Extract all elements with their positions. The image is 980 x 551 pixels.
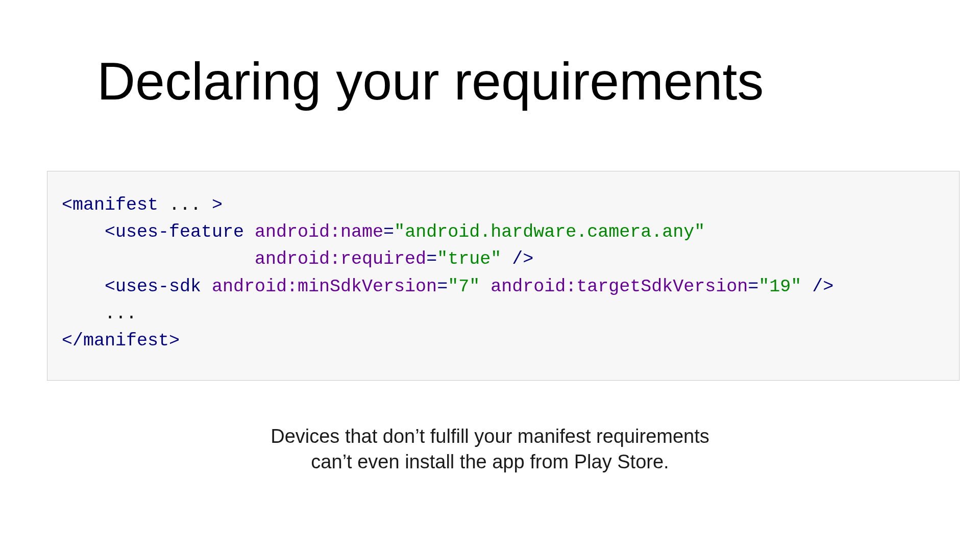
code-token: = bbox=[748, 277, 758, 297]
code-token: "19" bbox=[758, 277, 801, 297]
slide-title: Declaring your requirements bbox=[97, 51, 764, 112]
code-token: /> bbox=[501, 249, 533, 269]
code-content: <manifest ... > <uses-feature android:na… bbox=[62, 192, 945, 355]
caption-line-1: Devices that don’t fulfill your manifest… bbox=[0, 423, 980, 449]
code-token: <uses-feature bbox=[105, 222, 244, 242]
code-token: "7" bbox=[448, 277, 480, 297]
code-token: <uses-sdk bbox=[105, 277, 201, 297]
slide: Declaring your requirements <manifest ..… bbox=[0, 0, 980, 551]
code-token: "android.hardware.camera.any" bbox=[394, 222, 705, 242]
caption: Devices that don’t fulfill your manifest… bbox=[0, 423, 980, 474]
code-token: = bbox=[437, 277, 448, 297]
code-token: "true" bbox=[437, 249, 501, 269]
code-token: > bbox=[212, 195, 223, 215]
code-token: android:minSdkVersion bbox=[201, 277, 437, 297]
code-token: android:required bbox=[255, 249, 426, 269]
code-token: = bbox=[383, 222, 394, 242]
code-token: <manifest bbox=[62, 195, 158, 215]
caption-line-2: can’t even install the app from Play Sto… bbox=[0, 449, 980, 474]
code-token: /> bbox=[801, 277, 834, 297]
code-token: android:name bbox=[244, 222, 383, 242]
code-token: ... bbox=[158, 195, 212, 215]
code-token: = bbox=[426, 249, 437, 269]
code-token: android:targetSdkVersion bbox=[480, 277, 748, 297]
code-block: <manifest ... > <uses-feature android:na… bbox=[47, 171, 960, 381]
code-token: ... bbox=[105, 304, 137, 324]
code-token: </manifest> bbox=[62, 331, 180, 351]
